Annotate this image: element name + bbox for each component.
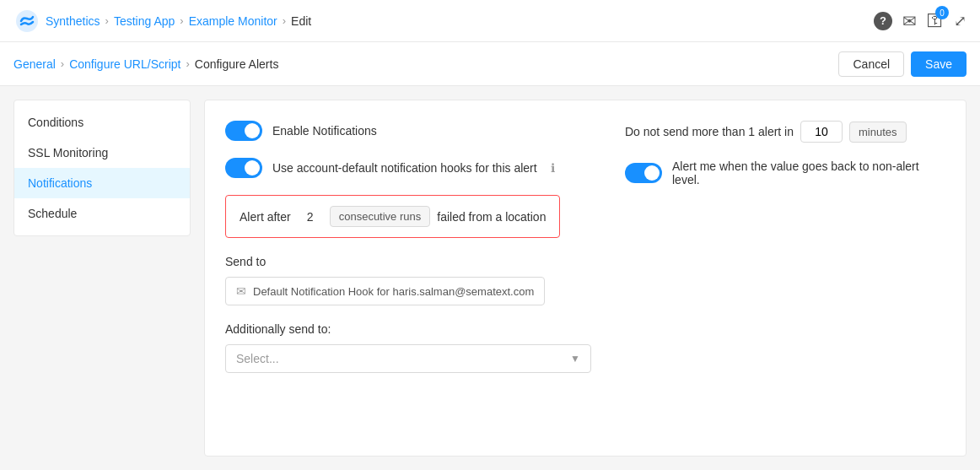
- form-layout: Enable Notifications Use account-default…: [225, 121, 945, 373]
- additionally-label: Additionally send to:: [225, 322, 591, 336]
- additionally-select[interactable]: Select... ▼: [225, 344, 591, 373]
- breadcrumb-synthetics[interactable]: Synthetics: [46, 14, 100, 28]
- key-badge: 0: [935, 6, 949, 19]
- sub-sep-1: ›: [61, 57, 64, 70]
- subnav-configure-url[interactable]: Configure URL/Script: [69, 57, 180, 71]
- alert-back-row: Alert me when the value goes back to non…: [625, 159, 945, 186]
- sidebar: Conditions SSL Monitoring Notifications …: [13, 100, 191, 236]
- do-not-send-row: Do not send more than 1 alert in minutes: [625, 121, 945, 143]
- save-button[interactable]: Save: [911, 51, 967, 77]
- enable-notifications-label: Enable Notifications: [272, 124, 377, 138]
- alert-after-text: Alert after: [240, 210, 291, 224]
- minutes-label: minutes: [849, 122, 907, 143]
- enable-notifications-row: Enable Notifications: [225, 121, 591, 141]
- do-not-send-text: Do not send more than 1 alert in: [625, 125, 794, 138]
- sub-nav-buttons: Cancel Save: [838, 51, 967, 77]
- sidebar-item-conditions[interactable]: Conditions: [14, 107, 190, 138]
- alert-back-text: Alert me when the value goes back to non…: [672, 159, 945, 186]
- info-icon[interactable]: ℹ: [551, 161, 555, 175]
- select-placeholder: Select...: [236, 352, 279, 365]
- failed-location-text: failed from a location: [437, 210, 546, 224]
- chevron-down-icon: ▼: [570, 353, 580, 365]
- mail-button[interactable]: ✉: [902, 11, 917, 31]
- key-button[interactable]: ⚿ 0: [927, 11, 944, 30]
- sub-sep-2: ›: [186, 57, 189, 70]
- breadcrumb-sep-2: ›: [180, 14, 183, 27]
- content-area: Enable Notifications Use account-default…: [204, 100, 967, 456]
- form-left: Enable Notifications Use account-default…: [225, 121, 591, 373]
- notification-hook-label: Default Notification Hook for haris.salm…: [253, 285, 534, 298]
- alert-after-box: Alert after consecutive runs failed from…: [225, 195, 560, 238]
- top-navigation: Synthetics › Testing App › Example Monit…: [0, 0, 980, 42]
- main-content: Conditions SSL Monitoring Notifications …: [0, 86, 980, 470]
- consecutive-runs-button[interactable]: consecutive runs: [330, 206, 431, 227]
- help-icon: ?: [874, 12, 892, 30]
- enable-notifications-toggle[interactable]: [225, 121, 262, 141]
- notification-hook: ✉ Default Notification Hook for haris.sa…: [225, 277, 545, 305]
- envelope-icon: ✉: [236, 284, 246, 298]
- minutes-input[interactable]: [800, 121, 843, 143]
- use-account-default-label: Use account-default notification hooks f…: [272, 161, 537, 175]
- send-to-label: Send to: [225, 255, 591, 268]
- breadcrumb-testing-app[interactable]: Testing App: [114, 14, 175, 28]
- alert-back-toggle[interactable]: [625, 163, 662, 183]
- mail-icon: ✉: [902, 11, 917, 31]
- form-right: Do not send more than 1 alert in minutes…: [625, 121, 945, 373]
- expand-icon: ⤢: [954, 12, 967, 30]
- alert-after-input[interactable]: [298, 210, 323, 224]
- breadcrumb-sep-3: ›: [283, 14, 286, 27]
- use-account-default-row: Use account-default notification hooks f…: [225, 158, 591, 178]
- sidebar-item-schedule[interactable]: Schedule: [14, 198, 190, 229]
- expand-button[interactable]: ⤢: [954, 12, 967, 30]
- cancel-button[interactable]: Cancel: [838, 51, 904, 77]
- sidebar-item-ssl-monitoring[interactable]: SSL Monitoring: [14, 138, 190, 168]
- top-nav-actions: ? ✉ ⚿ 0 ⤢: [874, 11, 967, 31]
- use-account-default-toggle[interactable]: [225, 158, 262, 178]
- sub-nav-breadcrumb: General › Configure URL/Script › Configu…: [13, 57, 278, 71]
- subnav-general[interactable]: General: [13, 57, 56, 71]
- help-button[interactable]: ?: [874, 12, 892, 30]
- breadcrumb-sep-1: ›: [105, 14, 109, 27]
- svg-point-0: [16, 10, 38, 32]
- sidebar-item-notifications[interactable]: Notifications: [14, 168, 190, 198]
- sub-navigation: General › Configure URL/Script › Configu…: [0, 42, 980, 86]
- app-logo: [13, 8, 40, 35]
- breadcrumb-edit: Edit: [291, 14, 311, 28]
- breadcrumb-example-monitor[interactable]: Example Monitor: [189, 14, 277, 28]
- subnav-configure-alerts: Configure Alerts: [195, 57, 279, 71]
- top-nav-breadcrumb: Synthetics › Testing App › Example Monit…: [13, 8, 311, 35]
